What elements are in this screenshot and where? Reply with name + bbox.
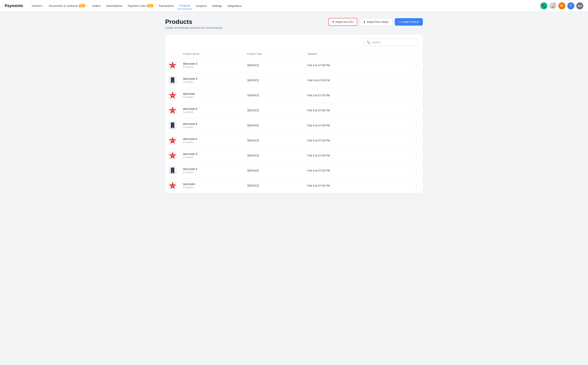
table-row[interactable]: SALE test ecom 9 variants SERVICEFeb 9 a… [165,178,423,193]
table-header: Product Name Product Type Updated [165,50,423,58]
nav-label-subscriptions: Subscriptions [106,4,123,7]
page-content: Products Create and Manage products for … [157,12,431,199]
nav-item-coupons[interactable]: Coupons [193,3,209,9]
product-variants: 9 variants [183,81,241,84]
search-wrapper: 🔍 [363,39,418,46]
table-row[interactable]: test ecom 5 9 variants SERVICEFeb 9 at 0… [165,118,423,133]
search-input[interactable] [372,41,415,44]
table-row[interactable]: SALE test ecom 9 variants SERVICEFeb 9 a… [165,88,423,103]
nav-actions: 📞 🔔 🔔 ? AG [540,2,583,9]
more-options-button[interactable]: ⋮ [413,138,420,143]
create-product-button[interactable]: + Create Product [395,18,423,26]
create-product-label: + Create Product [398,20,419,23]
product-thumbnail-cell: SALE [165,133,180,148]
product-name: test ecom 6 [183,107,241,110]
nav-badge-documents-contracts: New [79,4,85,7]
nav-item-invoices[interactable]: Invoices▾ [29,3,46,9]
product-thumbnail: SALE [168,61,177,70]
help-icon-button[interactable]: ? [567,2,574,9]
product-type-cell: SERVICE [244,88,304,103]
more-options-button[interactable]: ⋮ [413,107,420,113]
more-options-button[interactable]: ⋮ [413,183,420,189]
product-type-cell: SERVICE [244,103,304,118]
product-variants: 9 variants [183,141,241,144]
table-row[interactable]: SALE test ecom 3 9 variants SERVICEFeb 9… [165,58,423,73]
nav-item-integrations[interactable]: Integrations [225,3,244,9]
download-icon: ⬇ [332,20,335,23]
import-csv-label: Import as CSV [335,20,353,23]
product-name: test ecom 4 [183,137,241,140]
sale-badge: SALE [169,182,177,190]
table-search-bar: 🔍 [165,35,423,50]
product-thumbnail-cell [165,118,180,133]
nav-item-settings[interactable]: Settings [210,3,224,9]
product-name-cell: test ecom 2 9 variants [180,163,244,178]
product-name-cell: test ecom 9 variants [180,88,244,103]
nav-label-transactions: Transactions [158,4,174,7]
nav-item-payment-links[interactable]: Payment LinksNew [125,3,155,9]
product-type-cell: SERVICE [244,178,304,193]
alert-icon-button[interactable]: 🔔 [558,2,565,9]
product-updated-cell: Feb 9 at 07:09 PM [304,103,386,118]
product-thumbnail [168,76,177,84]
products-table: Product Name Product Type Updated SALE t… [165,50,423,193]
product-actions-cell: ⋮ [386,73,423,88]
more-options-button[interactable]: ⋮ [413,62,420,68]
product-thumbnail: SALE [168,91,177,100]
product-actions-cell: ⋮ [386,178,423,193]
product-thumbnail-cell: SALE [165,148,180,163]
product-name: test ecom 5 [183,122,241,126]
product-updated-cell: Feb 9 at 07:09 PM [304,163,386,178]
product-thumbnail-cell: SALE [165,103,180,118]
product-updated-cell: Feb 9 at 07:09 PM [304,133,386,148]
products-table-container: 🔍 Product Name Product Type Updated SALE… [165,35,423,193]
table-row[interactable]: SALE test ecom 3 9 variants SERVICEFeb 9… [165,148,423,163]
product-actions-cell: ⋮ [386,163,423,178]
sale-badge: SALE [169,61,177,69]
product-name-cell: test ecom 3 9 variants [180,148,244,163]
product-type-cell: SERVICE [244,58,304,73]
page-subtitle: Create and Manage products for your busi… [165,26,222,29]
product-thumbnail: SALE [168,106,177,115]
more-options-button[interactable]: ⋮ [413,77,420,83]
product-actions-cell: ⋮ [386,133,423,148]
nav-label-orders: Orders [92,4,101,7]
product-updated-cell: Feb 9 at 07:09 PM [304,118,386,133]
nav-label-integrations: Integrations [227,4,242,7]
nav-item-products[interactable]: Products [177,3,192,9]
avatar-button[interactable]: AG [576,2,583,9]
more-options-button[interactable]: ⋮ [413,92,420,98]
col-product-type: Product Type [244,50,304,58]
brand-logo: Payments [5,4,23,8]
table-row[interactable]: SALE test ecom 4 9 variants SERVICEFeb 9… [165,133,423,148]
phone-icon-button[interactable]: 📞 [540,2,547,9]
product-actions-cell: ⋮ [386,88,423,103]
product-name-cell: test ecom 4 9 variants [180,133,244,148]
product-name: test ecom [183,182,241,186]
sale-badge: SALE [169,91,177,99]
product-name: test ecom 3 [183,62,241,65]
nav-item-documents-contracts[interactable]: Documents & ContractsNew▾ [47,3,89,9]
nav-item-subscriptions[interactable]: Subscriptions [104,3,125,9]
notification-icon-button[interactable]: 🔔 [549,2,556,9]
product-variants: 9 variants [183,66,241,68]
table-row[interactable]: SALE test ecom 6 9 variants SERVICEFeb 9… [165,103,423,118]
product-updated-cell: Feb 9 at 07:09 PM [304,148,386,163]
nav-label-payment-links: Payment Links [128,4,146,7]
product-thumbnail-cell [165,73,180,88]
product-thumbnail [168,166,177,175]
table-row[interactable]: test ecom 2 9 variants SERVICEFeb 9 at 0… [165,163,423,178]
product-thumbnail: SALE [168,181,177,190]
page-header: Products Create and Manage products for … [165,18,423,29]
import-csv-button[interactable]: ⬇ Import as CSV [328,18,357,26]
import-stripe-button[interactable]: ⬇ Import from Stripe [360,18,392,26]
nav-item-transactions[interactable]: Transactions [156,3,177,9]
product-variants: 9 variants [183,96,241,98]
more-options-button[interactable]: ⋮ [413,168,420,174]
more-options-button[interactable]: ⋮ [413,123,420,128]
product-actions-cell: ⋮ [386,118,423,133]
table-row[interactable]: test ecom 2 9 variants SERVICEFeb 9 at 0… [165,73,423,88]
more-options-button[interactable]: ⋮ [413,153,420,158]
nav-item-orders[interactable]: Orders [90,3,103,9]
nav-label-products: Products [179,4,190,7]
